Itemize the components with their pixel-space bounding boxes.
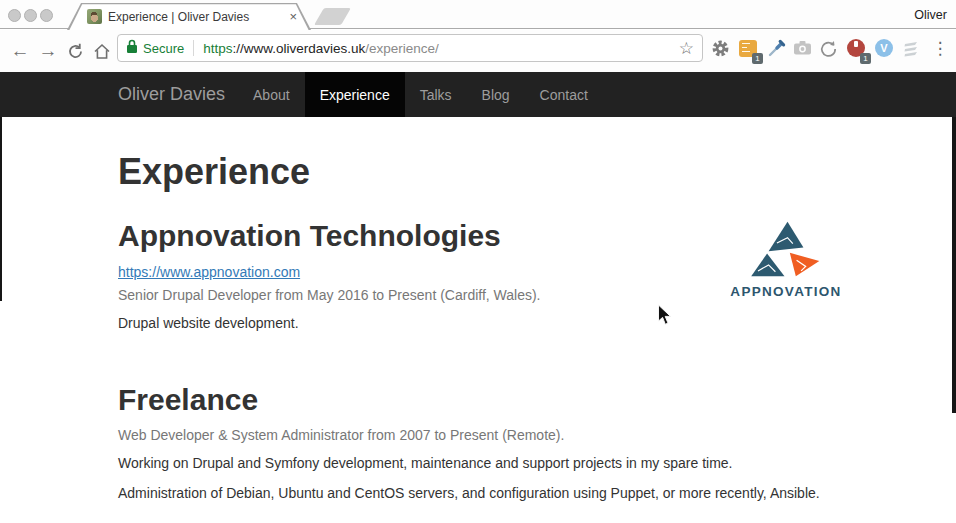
site-navbar: Oliver Davies About Experience Talks Blo… [0,72,956,117]
address-bar[interactable]: Secure https://www.oliverdavies.uk/exper… [117,34,703,62]
section-heading-freelance: Freelance [118,383,844,418]
mouse-cursor [657,304,673,326]
gear-extension-icon[interactable] [709,34,731,62]
capture-edge-left [0,117,2,301]
back-icon[interactable]: ← [8,30,32,72]
padlock-icon[interactable] [126,39,138,58]
browser-tab[interactable]: Experience | Oliver Davies × [67,3,311,30]
window-zoom-button[interactable] [40,9,53,22]
extension-badge: 1 [752,53,763,64]
freelance-description-2: Administration of Debian, Ubuntu and Cen… [118,484,844,504]
freelance-role-text: Web Developer & System Administrator fro… [118,426,844,446]
ruler-extension-icon[interactable]: 1 [737,34,759,62]
nav-item-talks[interactable]: Talks [405,72,467,117]
navbar-brand[interactable]: Oliver Davies [118,84,225,105]
nav-item-blog[interactable]: Blog [467,72,525,117]
home-icon[interactable] [90,30,114,72]
freelance-description-1: Working on Drupal and Symfony developmen… [118,454,844,474]
red-blocker-extension-icon[interactable]: 1 [845,34,867,62]
url-host: ://www.oliverdavies.uk [232,41,365,56]
appnovation-link[interactable]: https://www.appnovation.com [118,264,300,280]
camera-extension-icon[interactable] [791,34,813,62]
vimeo-extension-icon[interactable]: V [873,34,895,62]
url-scheme: https [203,41,232,56]
browser-window: Oliver Experience | Oliver Davies × ← → … [0,0,956,523]
tab-favicon [87,9,102,24]
layers-extension-icon[interactable] [900,34,922,62]
nav-item-contact[interactable]: Contact [525,72,603,117]
tab-title: Experience | Oliver Davies [108,10,281,24]
reload-icon[interactable] [63,30,87,72]
window-close-button[interactable] [8,9,21,22]
nav-item-experience[interactable]: Experience [305,72,405,117]
appnovation-logo-triangles [736,221,836,277]
forward-icon[interactable]: → [36,30,60,72]
page-content: Experience Appnovation Technologies http… [0,117,956,523]
eyedropper-extension-icon[interactable] [766,34,788,62]
extension-badge: 1 [860,53,871,64]
tab-close-icon[interactable]: × [287,9,299,24]
nav-item-about[interactable]: About [238,72,305,117]
omnibox-divider [193,40,194,56]
browser-toolbar: ← → Secure https://www.oliverdavies.uk/e… [0,30,956,72]
appnovation-logo-text: APPNOVATION [727,284,845,299]
url-path: /experience/ [365,41,439,56]
appnovation-logo: APPNOVATION [727,221,845,299]
capture-edge-right [952,117,956,413]
chrome-menu-kebab-icon[interactable]: ⋮ [929,34,951,62]
refresh-extension-icon[interactable] [817,34,839,62]
chrome-profile-name[interactable]: Oliver [914,8,947,22]
window-minimize-button[interactable] [24,9,37,22]
page-title: Experience [118,152,844,192]
url-text: https://www.oliverdavies.uk/experience/ [203,41,439,56]
appnovation-description: Drupal website development. [118,314,844,334]
secure-label: Secure [143,41,184,56]
bookmark-star-icon[interactable]: ☆ [679,40,694,57]
